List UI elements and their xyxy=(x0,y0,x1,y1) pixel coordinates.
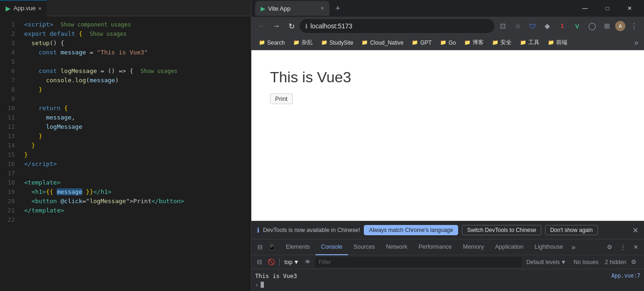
address-bar[interactable]: ℹ localhost:5173 xyxy=(300,19,494,33)
browser-tab-vite-app[interactable]: ▶ Vite App × xyxy=(255,1,329,16)
back-button[interactable]: ← xyxy=(255,20,268,33)
console-toolbar: ⊟ 🚫 top ▼ 👁 Default levels ▼ No Issues xyxy=(251,255,644,269)
console-toggle-icon[interactable]: ⊟ xyxy=(254,257,264,267)
console-clear-icon[interactable]: 🚫 xyxy=(266,257,276,267)
menu-icon[interactable]: ⋮ xyxy=(627,20,640,33)
banner-close-icon[interactable]: ✕ xyxy=(632,226,638,235)
show-usages-hint-1[interactable]: Show usages xyxy=(90,31,126,37)
devtools-side-icons: ⊟ 📱 xyxy=(251,242,280,253)
browser-tab-label: Vite App xyxy=(268,5,290,12)
default-levels-selector[interactable]: Default levels ▼ xyxy=(524,258,569,266)
bookmark-blog[interactable]: 📁 博客 xyxy=(460,37,487,48)
tabs-more-button[interactable]: » xyxy=(569,243,578,251)
bookmark-frontend[interactable]: 📁 前端 xyxy=(544,37,571,48)
bookmark-tools[interactable]: 📁 工具 xyxy=(516,37,543,48)
forward-button[interactable]: → xyxy=(270,20,283,33)
bookmark-folder-icon-9: 📁 xyxy=(520,40,526,46)
console-prompt[interactable]: › xyxy=(251,280,644,289)
browser-toolbar: ← → ↻ ℹ localhost:5173 ⊡ ☆ 🛡 ◆ 1 V ◯ ⊞ A xyxy=(251,17,644,35)
tab-network[interactable]: Network xyxy=(381,239,413,255)
maximize-button[interactable]: □ xyxy=(597,0,618,17)
page-content: This is Vue3 Print xyxy=(251,50,644,221)
show-component-usages-hint[interactable]: Show component usages xyxy=(60,21,131,28)
browser-chrome: ▶ Vite App × + — □ ✕ ← → ↻ ℹ localhost:5… xyxy=(251,0,644,50)
window-controls: — □ ✕ xyxy=(574,0,640,17)
bookmark-misc-label: 杂乱 xyxy=(302,39,313,46)
sidebar-icon[interactable]: ⊞ xyxy=(600,20,613,33)
minimize-button[interactable]: — xyxy=(574,0,596,17)
bookmark-security[interactable]: 📁 安全 xyxy=(488,37,515,48)
mobile-icon[interactable]: 📱 xyxy=(266,242,277,253)
editor-tab-close[interactable]: × xyxy=(39,6,41,11)
url-text: localhost:5173 xyxy=(310,22,352,30)
extension-icon-2[interactable]: 1 xyxy=(556,20,569,33)
tab-elements[interactable]: Elements xyxy=(280,239,315,255)
bookmark-misc[interactable]: 📁 杂乱 xyxy=(289,37,316,48)
tab-application[interactable]: Application xyxy=(489,239,529,255)
dont-show-again-button[interactable]: Don't show again xyxy=(545,225,598,235)
extension-icon-4[interactable]: ◯ xyxy=(585,20,598,33)
code-content: <script> Show component usages export de… xyxy=(19,16,251,291)
translate-icon[interactable]: ⊡ xyxy=(496,20,509,33)
bookmark-gpt-label: GPT xyxy=(420,40,432,46)
source-ref[interactable]: App.vue:7 xyxy=(611,272,640,279)
bookmark-studysite[interactable]: 📁 StudySite xyxy=(317,37,357,48)
close-devtools-icon[interactable]: ✕ xyxy=(630,242,641,253)
extension-icon-1[interactable]: ◆ xyxy=(541,20,554,33)
tab-performance[interactable]: Performance xyxy=(413,239,458,255)
bookmark-folder-icon-1: 📁 xyxy=(259,40,265,46)
settings-icon[interactable]: ⚙ xyxy=(604,242,615,253)
tab-sources[interactable]: Sources xyxy=(348,239,381,255)
bookmark-studysite-label: StudySite xyxy=(329,40,353,46)
console-output-text: This is Vue3 xyxy=(255,272,297,279)
bookmark-search[interactable]: 📁 Search xyxy=(255,37,289,48)
bookmarks-more-button[interactable]: » xyxy=(632,39,640,47)
bookmark-folder-icon-2: 📁 xyxy=(293,40,300,46)
dock-icon[interactable]: ⊟ xyxy=(254,242,265,253)
context-selector[interactable]: top ▼ xyxy=(283,258,301,266)
show-usages-hint-2[interactable]: Show usages xyxy=(141,68,177,74)
bookmark-go[interactable]: 📁 Go xyxy=(436,37,460,48)
bookmark-frontend-label: 前端 xyxy=(556,39,567,46)
always-match-language-button[interactable]: Always match Chrome's language xyxy=(364,225,458,235)
bookmark-cloudnative[interactable]: 📁 Cloud_Native xyxy=(358,37,407,48)
code-area: 12345 678910 1112131415 1617181920 2122 … xyxy=(0,16,251,291)
window-close-button[interactable]: ✕ xyxy=(619,0,640,17)
extension-icon-3[interactable]: V xyxy=(571,20,584,33)
devtools-tabs: Elements Console Sources Network Perform… xyxy=(280,239,601,255)
browser-section: ▶ Vite App × + — □ ✕ ← → ↻ ℹ localhost:5… xyxy=(251,0,644,291)
bookmark-gpt[interactable]: 📁 GPT xyxy=(408,37,435,48)
toolbar-icons: ⊡ ☆ 🛡 ◆ 1 V ◯ ⊞ A ⋮ xyxy=(496,20,640,33)
bookmark-folder-icon-6: 📁 xyxy=(440,40,447,46)
new-tab-button[interactable]: + xyxy=(331,2,344,15)
editor-tab-app-vue[interactable]: ▶ App.vue × xyxy=(0,0,47,16)
banner-text: DevTools is now available in Chinese! xyxy=(263,227,360,233)
no-issues-label: No Issues xyxy=(571,259,601,265)
more-options-icon[interactable]: ⋮ xyxy=(617,242,628,253)
bookmark-folder-icon-4: 📁 xyxy=(361,40,368,46)
bookmark-cloudnative-label: Cloud_Native xyxy=(370,40,403,46)
tab-console[interactable]: Console xyxy=(315,239,348,255)
bookmark-icon[interactable]: ☆ xyxy=(511,20,524,33)
avatar-icon[interactable]: A xyxy=(615,21,625,31)
tab-memory[interactable]: Memory xyxy=(457,239,489,255)
reload-button[interactable]: ↻ xyxy=(285,20,298,33)
bookmark-folder-icon-10: 📁 xyxy=(548,40,554,46)
hidden-settings-icon[interactable]: ⚙ xyxy=(628,257,639,268)
switch-to-chinese-button[interactable]: Switch DevTools to Chinese xyxy=(462,225,541,235)
cursor xyxy=(261,282,264,288)
bookmark-security-label: 安全 xyxy=(500,39,512,46)
default-levels-label: Default levels xyxy=(526,259,560,265)
bookmark-folder-icon-5: 📁 xyxy=(412,40,418,46)
context-label: top xyxy=(284,259,292,265)
print-button[interactable]: Print xyxy=(270,93,293,104)
lock-icon: ℹ xyxy=(305,23,308,30)
eye-icon[interactable]: 👁 xyxy=(303,257,313,267)
bookmark-folder-icon-8: 📁 xyxy=(492,40,499,46)
filter-input[interactable] xyxy=(315,257,522,267)
editor-section: ▶ App.vue × 12345 678910 1112131415 1617… xyxy=(0,0,251,291)
tab-lighthouse[interactable]: Lighthouse xyxy=(529,239,569,255)
hidden-count-label: 2 hidden xyxy=(605,259,626,265)
shield-icon[interactable]: 🛡 xyxy=(526,20,539,33)
browser-tab-close-icon[interactable]: × xyxy=(321,5,324,12)
